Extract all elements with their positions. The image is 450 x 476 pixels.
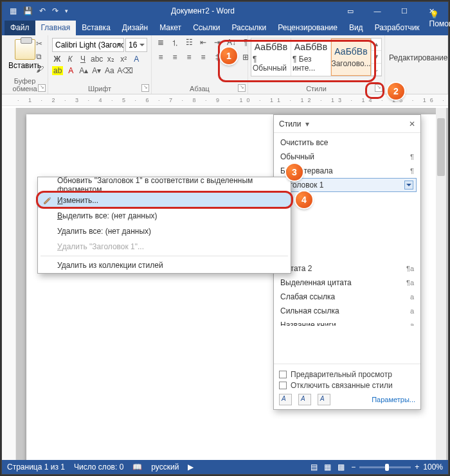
superscript-button[interactable]: x² xyxy=(118,55,129,64)
undo-icon[interactable]: ↶ xyxy=(39,6,46,15)
style-tile-normal[interactable]: АаБбВв ¶ Обычный xyxy=(251,39,291,76)
tab-references[interactable]: Ссылки xyxy=(187,21,226,35)
increase-indent-button[interactable]: ⇥ xyxy=(212,38,222,49)
callout-badge-1: 1 xyxy=(221,48,237,64)
bullets-button[interactable]: ≣ xyxy=(156,38,166,49)
style-list-item[interactable]: Очистить все xyxy=(274,136,420,150)
tab-home[interactable]: Главная xyxy=(35,21,76,35)
tab-file[interactable]: Файл xyxy=(4,21,35,35)
copy-icon[interactable]: ⧉ xyxy=(36,52,44,61)
paste-icon xyxy=(15,39,35,60)
font-name-combo[interactable]: Calibri Light (Заголо xyxy=(52,38,124,52)
style-inspector-icon[interactable] xyxy=(298,394,311,405)
style-list-item[interactable]: Обычный¶ xyxy=(274,150,420,164)
horizontal-ruler[interactable]: · 1 · 2 · 3 · 4 · 5 · 6 · 7 · 8 · 9 · 10… xyxy=(2,94,448,106)
style-list-item[interactable]: Цитата 2¶a xyxy=(274,261,420,276)
redo-icon[interactable]: ↷ xyxy=(52,6,59,15)
text-effect-button[interactable]: A xyxy=(131,55,141,64)
save-icon[interactable]: 💾 xyxy=(23,6,33,15)
gallery-up-icon[interactable]: ▲ xyxy=(372,39,381,51)
status-language[interactable]: русский xyxy=(151,463,179,472)
context-menu-item[interactable]: Обновить "Заголовок 1" в соответствии с … xyxy=(38,177,291,193)
font-color-button[interactable]: A xyxy=(66,66,76,75)
pane-close-icon[interactable]: ✕ xyxy=(409,119,415,128)
numbering-button[interactable]: ⒈ xyxy=(170,38,180,49)
underline-button[interactable]: Ч xyxy=(78,55,88,64)
preview-checkbox[interactable]: Предварительный просмотр xyxy=(279,370,415,379)
vertical-scrollbar[interactable] xyxy=(436,108,446,460)
view-print-icon[interactable]: ▦ xyxy=(324,463,331,472)
format-painter-icon[interactable]: 🖌 xyxy=(36,65,44,74)
tell-me[interactable]: 💡 Помощ xyxy=(429,10,450,28)
grow-font-button[interactable]: A▴ xyxy=(78,66,89,75)
shrink-font-button[interactable]: A▾ xyxy=(91,66,102,75)
tab-review[interactable]: Рецензирование xyxy=(272,21,343,35)
tab-view[interactable]: Вид xyxy=(343,21,369,35)
status-macro-icon[interactable]: ▶ xyxy=(188,463,194,472)
italic-button[interactable]: К xyxy=(65,55,75,64)
context-menu-item[interactable]: Выделить все: (нет данных) xyxy=(38,208,291,224)
style-tile-heading1[interactable]: АаБбВв Заголово... xyxy=(331,39,371,76)
gallery-down-icon[interactable]: ▼ xyxy=(372,51,381,63)
style-list-item[interactable]: Заголовок 1 xyxy=(278,178,417,192)
decrease-indent-button[interactable]: ⇤ xyxy=(198,38,208,49)
style-list-item[interactable]: Сильная ссылкаa xyxy=(274,304,420,318)
align-right-button[interactable]: ≡ xyxy=(184,53,194,62)
context-menu-item[interactable]: Изменить... xyxy=(38,193,291,208)
minimize-icon[interactable]: — xyxy=(364,2,390,20)
context-menu-item[interactable]: Удалить из коллекции стилей xyxy=(38,258,291,273)
group-label-paragraph: Абзац xyxy=(152,85,248,93)
style-list-item[interactable]: Название книгиa xyxy=(274,318,420,326)
zoom-value[interactable]: 100% xyxy=(423,463,443,472)
editing-label[interactable]: Редактирование xyxy=(389,53,444,62)
tab-insert[interactable]: Вставка xyxy=(76,21,116,35)
tab-layout[interactable]: Макет xyxy=(154,21,187,35)
zoom-control[interactable]: − + 100% xyxy=(351,463,443,472)
ribbon-tabs: Файл Главная Вставка Дизайн Макет Ссылки… xyxy=(2,20,448,35)
clear-format-button[interactable]: A⌫ xyxy=(117,66,133,75)
styles-options-link[interactable]: Параметры... xyxy=(372,396,415,403)
vertical-ruler[interactable] xyxy=(2,108,16,460)
styles-dialog-launcher[interactable]: ↘ xyxy=(375,84,382,92)
disable-linked-checkbox[interactable]: Отключить связанные стили xyxy=(279,381,415,390)
zoom-out-icon[interactable]: − xyxy=(351,463,356,472)
font-dialog-launcher[interactable]: ↘ xyxy=(141,84,149,92)
context-menu-item[interactable]: Удалить все: (нет данных) xyxy=(38,224,291,239)
maximize-icon[interactable]: ☐ xyxy=(392,2,417,20)
tab-developer[interactable]: Разработчик xyxy=(369,21,426,35)
highlight-button[interactable]: ab xyxy=(52,66,63,75)
status-page[interactable]: Страница 1 из 1 xyxy=(7,463,65,472)
style-list-item[interactable]: Слабая ссылкаa xyxy=(274,290,420,304)
view-web-icon[interactable]: ▩ xyxy=(338,463,345,472)
style-dropdown-icon[interactable] xyxy=(404,181,413,190)
manage-styles-icon[interactable] xyxy=(318,394,330,405)
clipboard-dialog-launcher[interactable]: ↘ xyxy=(38,84,46,92)
font-size-combo[interactable]: 16 xyxy=(125,38,147,52)
pane-options-icon[interactable]: ▾ xyxy=(305,119,309,128)
ribbon-options-icon[interactable]: ▭ xyxy=(338,2,363,20)
bold-button[interactable]: Ж xyxy=(52,55,62,64)
tab-design[interactable]: Дизайн xyxy=(116,21,154,35)
align-left-button[interactable]: ≡ xyxy=(156,53,166,62)
qat-more-icon[interactable]: ▾ xyxy=(65,8,68,14)
align-center-button[interactable]: ≡ xyxy=(170,53,180,62)
subscript-button[interactable]: x₂ xyxy=(105,55,116,64)
status-spellcheck-icon[interactable]: 📖 xyxy=(132,463,142,472)
new-style-icon[interactable] xyxy=(279,394,292,405)
tab-mailings[interactable]: Рассылки xyxy=(226,21,272,35)
multilevel-button[interactable]: ☷ xyxy=(184,38,194,49)
strike-button[interactable]: abc xyxy=(91,55,103,64)
style-tile-no-spacing[interactable]: АаБбВв ¶ Без инте... xyxy=(291,39,331,76)
gallery-more-icon[interactable]: ⌄ xyxy=(372,64,381,76)
zoom-in-icon[interactable]: + xyxy=(415,463,419,472)
callout-badge-4: 4 xyxy=(296,191,312,208)
cut-icon[interactable]: ✂ xyxy=(36,39,44,48)
style-list-item[interactable]: Выделенная цитата¶a xyxy=(274,276,420,290)
paragraph-dialog-launcher[interactable]: ↘ xyxy=(238,84,246,92)
justify-button[interactable]: ≡ xyxy=(198,53,208,62)
status-word-count[interactable]: Число слов: 0 xyxy=(74,463,123,472)
change-case-button[interactable]: Aa xyxy=(104,66,114,75)
zoom-slider[interactable] xyxy=(359,466,411,468)
view-read-icon[interactable]: ▤ xyxy=(310,463,318,472)
scroll-thumb[interactable] xyxy=(437,118,445,176)
